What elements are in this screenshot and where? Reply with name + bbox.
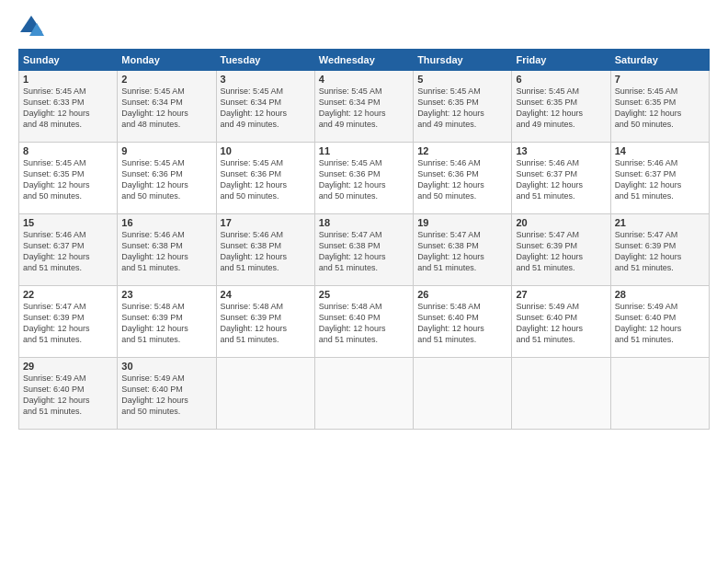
calendar-week-row: 8Sunrise: 5:45 AM Sunset: 6:35 PM Daylig… [19,143,710,214]
day-info: Sunrise: 5:47 AM Sunset: 6:39 PM Dayligh… [23,301,113,346]
day-info: Sunrise: 5:49 AM Sunset: 6:40 PM Dayligh… [615,301,705,346]
day-info: Sunrise: 5:46 AM Sunset: 6:37 PM Dayligh… [615,157,705,202]
calendar-cell [216,358,314,430]
day-number: 3 [221,74,311,85]
day-info: Sunrise: 5:48 AM Sunset: 6:39 PM Dayligh… [121,301,211,346]
calendar-cell: 30Sunrise: 5:49 AM Sunset: 6:40 PM Dayli… [118,358,216,430]
day-info: Sunrise: 5:47 AM Sunset: 6:39 PM Dayligh… [516,229,606,274]
calendar-cell: 9Sunrise: 5:45 AM Sunset: 6:36 PM Daylig… [118,143,216,214]
day-number: 20 [516,217,606,228]
calendar-cell: 18Sunrise: 5:47 AM Sunset: 6:38 PM Dayli… [314,214,413,286]
calendar-week-row: 29Sunrise: 5:49 AM Sunset: 6:40 PM Dayli… [19,358,710,430]
day-number: 24 [221,289,311,300]
day-number: 21 [615,217,705,228]
logo-icon [18,14,44,40]
day-number: 22 [23,289,113,300]
calendar-cell: 14Sunrise: 5:46 AM Sunset: 6:37 PM Dayli… [610,143,709,214]
calendar-cell: 2Sunrise: 5:45 AM Sunset: 6:34 PM Daylig… [118,71,216,143]
day-number: 12 [417,145,507,156]
day-info: Sunrise: 5:45 AM Sunset: 6:34 PM Dayligh… [319,86,409,131]
day-number: 6 [516,74,606,85]
calendar-cell: 23Sunrise: 5:48 AM Sunset: 6:39 PM Dayli… [118,286,216,358]
day-info: Sunrise: 5:45 AM Sunset: 6:36 PM Dayligh… [319,157,409,202]
calendar-table: SundayMondayTuesdayWednesdayThursdayFrid… [18,49,710,430]
calendar-cell: 15Sunrise: 5:46 AM Sunset: 6:37 PM Dayli… [19,214,118,286]
calendar-cell: 6Sunrise: 5:45 AM Sunset: 6:35 PM Daylig… [512,71,610,143]
day-number: 18 [319,217,409,228]
calendar-cell [414,358,512,430]
day-info: Sunrise: 5:47 AM Sunset: 6:38 PM Dayligh… [417,229,507,274]
calendar-cell: 4Sunrise: 5:45 AM Sunset: 6:34 PM Daylig… [314,71,413,143]
calendar-cell: 5Sunrise: 5:45 AM Sunset: 6:35 PM Daylig… [414,71,512,143]
day-number: 8 [23,145,113,156]
day-number: 5 [417,74,507,85]
calendar-cell: 11Sunrise: 5:45 AM Sunset: 6:36 PM Dayli… [314,143,413,214]
day-info: Sunrise: 5:45 AM Sunset: 6:35 PM Dayligh… [516,86,606,131]
day-number: 7 [615,74,705,85]
day-info: Sunrise: 5:48 AM Sunset: 6:40 PM Dayligh… [319,301,409,346]
calendar-week-row: 15Sunrise: 5:46 AM Sunset: 6:37 PM Dayli… [19,214,710,286]
day-info: Sunrise: 5:49 AM Sunset: 6:40 PM Dayligh… [516,301,606,346]
calendar-week-row: 1Sunrise: 5:45 AM Sunset: 6:33 PM Daylig… [19,71,710,143]
day-number: 16 [121,217,211,228]
day-number: 4 [319,74,409,85]
day-info: Sunrise: 5:45 AM Sunset: 6:36 PM Dayligh… [121,157,211,202]
calendar-header-tuesday: Tuesday [216,50,314,71]
calendar-cell [610,358,709,430]
day-info: Sunrise: 5:48 AM Sunset: 6:39 PM Dayligh… [221,301,311,346]
calendar-cell: 8Sunrise: 5:45 AM Sunset: 6:35 PM Daylig… [19,143,118,214]
calendar-cell: 19Sunrise: 5:47 AM Sunset: 6:38 PM Dayli… [414,214,512,286]
day-number: 19 [417,217,507,228]
calendar-cell: 13Sunrise: 5:46 AM Sunset: 6:37 PM Dayli… [512,143,610,214]
day-info: Sunrise: 5:46 AM Sunset: 6:37 PM Dayligh… [516,157,606,202]
calendar-cell [314,358,413,430]
day-info: Sunrise: 5:45 AM Sunset: 6:33 PM Dayligh… [23,86,113,131]
calendar-cell: 12Sunrise: 5:46 AM Sunset: 6:36 PM Dayli… [414,143,512,214]
day-info: Sunrise: 5:45 AM Sunset: 6:34 PM Dayligh… [121,86,211,131]
logo [18,14,47,40]
day-info: Sunrise: 5:45 AM Sunset: 6:34 PM Dayligh… [221,86,311,131]
page: SundayMondayTuesdayWednesdayThursdayFrid… [0,0,728,563]
day-number: 2 [121,74,211,85]
day-number: 23 [121,289,211,300]
calendar-cell: 1Sunrise: 5:45 AM Sunset: 6:33 PM Daylig… [19,71,118,143]
day-info: Sunrise: 5:46 AM Sunset: 6:36 PM Dayligh… [417,157,507,202]
day-number: 14 [615,145,705,156]
calendar-header-thursday: Thursday [414,50,512,71]
calendar-header-friday: Friday [512,50,610,71]
day-info: Sunrise: 5:48 AM Sunset: 6:40 PM Dayligh… [417,301,507,346]
day-info: Sunrise: 5:47 AM Sunset: 6:38 PM Dayligh… [319,229,409,274]
day-number: 27 [516,289,606,300]
calendar-cell: 22Sunrise: 5:47 AM Sunset: 6:39 PM Dayli… [19,286,118,358]
calendar-cell: 16Sunrise: 5:46 AM Sunset: 6:38 PM Dayli… [118,214,216,286]
day-number: 10 [221,145,311,156]
day-info: Sunrise: 5:47 AM Sunset: 6:39 PM Dayligh… [615,229,705,274]
day-number: 1 [23,74,113,85]
calendar-cell: 28Sunrise: 5:49 AM Sunset: 6:40 PM Dayli… [610,286,709,358]
calendar-header-wednesday: Wednesday [314,50,413,71]
calendar-cell: 27Sunrise: 5:49 AM Sunset: 6:40 PM Dayli… [512,286,610,358]
calendar-cell: 20Sunrise: 5:47 AM Sunset: 6:39 PM Dayli… [512,214,610,286]
calendar-cell: 29Sunrise: 5:49 AM Sunset: 6:40 PM Dayli… [19,358,118,430]
day-info: Sunrise: 5:46 AM Sunset: 6:38 PM Dayligh… [221,229,311,274]
day-number: 9 [121,145,211,156]
day-number: 17 [221,217,311,228]
day-number: 25 [319,289,409,300]
day-info: Sunrise: 5:49 AM Sunset: 6:40 PM Dayligh… [23,373,113,418]
day-number: 13 [516,145,606,156]
calendar-cell: 3Sunrise: 5:45 AM Sunset: 6:34 PM Daylig… [216,71,314,143]
calendar-cell: 25Sunrise: 5:48 AM Sunset: 6:40 PM Dayli… [314,286,413,358]
day-number: 29 [23,361,113,372]
calendar-cell: 24Sunrise: 5:48 AM Sunset: 6:39 PM Dayli… [216,286,314,358]
calendar-header-saturday: Saturday [610,50,709,71]
calendar-header-monday: Monday [118,50,216,71]
calendar-cell [512,358,610,430]
calendar-cell: 26Sunrise: 5:48 AM Sunset: 6:40 PM Dayli… [414,286,512,358]
calendar-cell: 10Sunrise: 5:45 AM Sunset: 6:36 PM Dayli… [216,143,314,214]
day-info: Sunrise: 5:46 AM Sunset: 6:37 PM Dayligh… [23,229,113,274]
day-info: Sunrise: 5:46 AM Sunset: 6:38 PM Dayligh… [121,229,211,274]
header [18,14,710,40]
day-number: 11 [319,145,409,156]
day-number: 26 [417,289,507,300]
day-info: Sunrise: 5:45 AM Sunset: 6:35 PM Dayligh… [417,86,507,131]
